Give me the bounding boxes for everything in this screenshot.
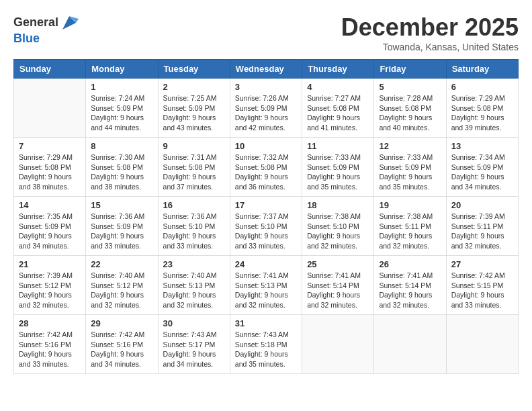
calendar-week-row: 21Sunrise: 7:39 AM Sunset: 5:12 PM Dayli…	[14, 256, 519, 315]
day-info: Sunrise: 7:41 AM Sunset: 5:14 PM Dayligh…	[379, 271, 441, 310]
logo-icon	[60, 13, 79, 32]
calendar-day-header: Saturday	[446, 60, 518, 79]
calendar-day-header: Wednesday	[230, 60, 302, 79]
calendar-cell: 22Sunrise: 7:40 AM Sunset: 5:12 PM Dayli…	[86, 256, 158, 315]
calendar-cell: 29Sunrise: 7:42 AM Sunset: 5:16 PM Dayli…	[86, 315, 158, 374]
day-info: Sunrise: 7:25 AM Sunset: 5:09 PM Dayligh…	[163, 93, 225, 133]
calendar-cell: 25Sunrise: 7:41 AM Sunset: 5:14 PM Dayli…	[302, 256, 374, 315]
day-info: Sunrise: 7:29 AM Sunset: 5:08 PM Dayligh…	[451, 93, 513, 133]
calendar-cell: 3Sunrise: 7:26 AM Sunset: 5:09 PM Daylig…	[230, 79, 302, 138]
day-number: 10	[235, 141, 297, 151]
calendar-cell: 16Sunrise: 7:36 AM Sunset: 5:10 PM Dayli…	[158, 197, 230, 256]
day-number: 17	[235, 200, 297, 210]
calendar-cell: 14Sunrise: 7:35 AM Sunset: 5:09 PM Dayli…	[14, 197, 86, 256]
calendar-week-row: 28Sunrise: 7:42 AM Sunset: 5:16 PM Dayli…	[14, 315, 519, 374]
day-number: 25	[307, 259, 369, 269]
logo-general: General	[13, 16, 58, 30]
day-number: 2	[163, 82, 225, 92]
calendar-cell	[446, 315, 518, 374]
title-block: December 2025 Towanda, Kansas, United St…	[341, 13, 519, 52]
day-info: Sunrise: 7:41 AM Sunset: 5:13 PM Dayligh…	[235, 271, 297, 310]
day-info: Sunrise: 7:30 AM Sunset: 5:08 PM Dayligh…	[91, 152, 152, 192]
day-number: 22	[91, 259, 152, 269]
day-number: 23	[163, 259, 225, 269]
day-number: 5	[379, 82, 441, 92]
calendar: SundayMondayTuesdayWednesdayThursdayFrid…	[13, 59, 519, 374]
calendar-cell: 27Sunrise: 7:42 AM Sunset: 5:15 PM Dayli…	[446, 256, 518, 315]
calendar-cell: 18Sunrise: 7:38 AM Sunset: 5:10 PM Dayli…	[302, 197, 374, 256]
day-info: Sunrise: 7:38 AM Sunset: 5:10 PM Dayligh…	[307, 212, 369, 251]
calendar-cell: 4Sunrise: 7:27 AM Sunset: 5:08 PM Daylig…	[302, 79, 374, 138]
calendar-cell: 5Sunrise: 7:28 AM Sunset: 5:08 PM Daylig…	[374, 79, 446, 138]
day-number: 6	[451, 82, 513, 92]
calendar-cell: 23Sunrise: 7:40 AM Sunset: 5:13 PM Dayli…	[158, 256, 230, 315]
calendar-cell: 10Sunrise: 7:32 AM Sunset: 5:08 PM Dayli…	[230, 138, 302, 197]
day-number: 30	[163, 318, 225, 328]
day-number: 21	[19, 259, 81, 269]
day-number: 12	[379, 141, 441, 151]
day-info: Sunrise: 7:33 AM Sunset: 5:09 PM Dayligh…	[307, 152, 369, 192]
calendar-cell: 31Sunrise: 7:43 AM Sunset: 5:18 PM Dayli…	[230, 315, 302, 374]
day-number: 7	[19, 141, 81, 151]
day-info: Sunrise: 7:31 AM Sunset: 5:08 PM Dayligh…	[163, 152, 225, 192]
calendar-cell: 11Sunrise: 7:33 AM Sunset: 5:09 PM Dayli…	[302, 138, 374, 197]
day-info: Sunrise: 7:33 AM Sunset: 5:09 PM Dayligh…	[379, 152, 441, 192]
calendar-cell	[14, 79, 86, 138]
calendar-cell	[302, 315, 374, 374]
day-number: 29	[91, 318, 152, 328]
day-number: 8	[91, 141, 152, 151]
day-info: Sunrise: 7:41 AM Sunset: 5:14 PM Dayligh…	[307, 271, 369, 310]
calendar-week-row: 7Sunrise: 7:29 AM Sunset: 5:08 PM Daylig…	[14, 138, 519, 197]
day-number: 18	[307, 200, 369, 210]
day-info: Sunrise: 7:40 AM Sunset: 5:13 PM Dayligh…	[163, 271, 225, 310]
calendar-cell: 7Sunrise: 7:29 AM Sunset: 5:08 PM Daylig…	[14, 138, 86, 197]
calendar-cell: 1Sunrise: 7:24 AM Sunset: 5:09 PM Daylig…	[86, 79, 158, 138]
day-number: 16	[163, 200, 225, 210]
day-info: Sunrise: 7:39 AM Sunset: 5:11 PM Dayligh…	[451, 212, 513, 251]
day-info: Sunrise: 7:42 AM Sunset: 5:16 PM Dayligh…	[19, 330, 81, 369]
calendar-cell: 24Sunrise: 7:41 AM Sunset: 5:13 PM Dayli…	[230, 256, 302, 315]
day-number: 31	[235, 318, 297, 328]
day-info: Sunrise: 7:40 AM Sunset: 5:12 PM Dayligh…	[91, 271, 152, 310]
day-number: 1	[91, 82, 152, 92]
day-info: Sunrise: 7:28 AM Sunset: 5:08 PM Dayligh…	[379, 93, 441, 133]
calendar-week-row: 14Sunrise: 7:35 AM Sunset: 5:09 PM Dayli…	[14, 197, 519, 256]
calendar-cell: 12Sunrise: 7:33 AM Sunset: 5:09 PM Dayli…	[374, 138, 446, 197]
day-info: Sunrise: 7:42 AM Sunset: 5:16 PM Dayligh…	[91, 330, 152, 369]
calendar-cell: 30Sunrise: 7:43 AM Sunset: 5:17 PM Dayli…	[158, 315, 230, 374]
calendar-cell: 13Sunrise: 7:34 AM Sunset: 5:09 PM Dayli…	[446, 138, 518, 197]
day-info: Sunrise: 7:43 AM Sunset: 5:18 PM Dayligh…	[235, 330, 297, 369]
day-number: 9	[163, 141, 225, 151]
day-number: 11	[307, 141, 369, 151]
location: Towanda, Kansas, United States	[341, 42, 519, 52]
day-number: 4	[307, 82, 369, 92]
day-info: Sunrise: 7:26 AM Sunset: 5:09 PM Dayligh…	[235, 93, 297, 133]
calendar-cell: 28Sunrise: 7:42 AM Sunset: 5:16 PM Dayli…	[14, 315, 86, 374]
day-number: 26	[379, 259, 441, 269]
day-info: Sunrise: 7:37 AM Sunset: 5:10 PM Dayligh…	[235, 212, 297, 251]
logo: General Blue	[13, 13, 79, 46]
day-number: 3	[235, 82, 297, 92]
calendar-cell: 8Sunrise: 7:30 AM Sunset: 5:08 PM Daylig…	[86, 138, 158, 197]
day-number: 28	[19, 318, 81, 328]
calendar-cell: 2Sunrise: 7:25 AM Sunset: 5:09 PM Daylig…	[158, 79, 230, 138]
day-info: Sunrise: 7:36 AM Sunset: 5:10 PM Dayligh…	[163, 212, 225, 251]
calendar-day-header: Monday	[86, 60, 158, 79]
calendar-cell	[374, 315, 446, 374]
calendar-day-header: Tuesday	[158, 60, 230, 79]
day-number: 20	[451, 200, 513, 210]
calendar-day-header: Thursday	[302, 60, 374, 79]
calendar-day-header: Sunday	[14, 60, 86, 79]
page-header: General Blue December 2025 Towanda, Kans…	[13, 13, 519, 52]
calendar-body: 1Sunrise: 7:24 AM Sunset: 5:09 PM Daylig…	[14, 79, 519, 374]
day-number: 24	[235, 259, 297, 269]
day-info: Sunrise: 7:24 AM Sunset: 5:09 PM Dayligh…	[91, 93, 152, 133]
day-number: 13	[451, 141, 513, 151]
logo-blue: Blue	[13, 32, 40, 45]
day-info: Sunrise: 7:42 AM Sunset: 5:15 PM Dayligh…	[451, 271, 513, 310]
day-info: Sunrise: 7:32 AM Sunset: 5:08 PM Dayligh…	[235, 152, 297, 192]
day-number: 19	[379, 200, 441, 210]
calendar-cell: 9Sunrise: 7:31 AM Sunset: 5:08 PM Daylig…	[158, 138, 230, 197]
day-number: 14	[19, 200, 81, 210]
calendar-day-header: Friday	[374, 60, 446, 79]
